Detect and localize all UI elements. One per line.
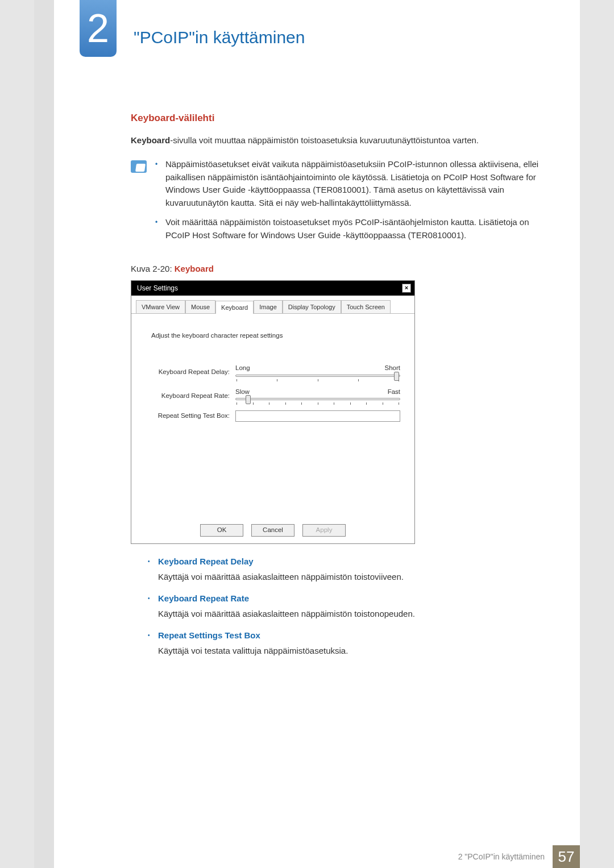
section-title: Keyboard-välilehti <box>131 111 540 126</box>
tab-mouse[interactable]: Mouse <box>185 300 215 314</box>
footer-text: 2 "PCoIP"in käyttäminen <box>450 845 553 868</box>
dialog-title: User Settings <box>137 283 178 293</box>
delay-left-label: Long <box>235 363 250 373</box>
tab-image[interactable]: Image <box>254 300 283 314</box>
page: 2 "PCoIP"in käyttäminen Keyboard-välileh… <box>34 0 580 868</box>
rate-label: Keyboard Repeat Rate: <box>151 391 235 401</box>
desc-text: Käyttäjä voi määrittää asiakaslaitteen n… <box>158 572 404 582</box>
figure-caption-keyword: Keyboard <box>175 264 214 273</box>
dialog-body: Adjust the keyboard character repeat set… <box>131 314 414 518</box>
delay-row: Keyboard Repeat Delay: Long Short <box>151 363 400 381</box>
ok-button[interactable]: OK <box>200 524 243 537</box>
intro-keyword: Keyboard <box>131 135 170 145</box>
dialog-instruction: Adjust the keyboard character repeat set… <box>151 331 400 340</box>
testbox-row: Repeat Setting Test Box: <box>151 410 400 422</box>
rate-slider[interactable]: Slow Fast <box>235 387 400 405</box>
note-list: Näppäimistöasetukset eivät vaikuta näppä… <box>155 158 540 248</box>
tab-touch-screen[interactable]: Touch Screen <box>341 300 391 314</box>
description-list: Keyboard Repeat Delay Käyttäjä voi määri… <box>148 555 540 657</box>
tab-keyboard[interactable]: Keyboard <box>215 301 254 314</box>
intro-text: -sivulla voit muuttaa näppäimistön toist… <box>170 135 479 145</box>
intro-paragraph: Keyboard-sivulla voit muuttaa näppäimist… <box>131 134 540 147</box>
list-item: Repeat Settings Test Box Käyttäjä voi te… <box>148 629 540 657</box>
desc-text: Käyttäjä voi testata valittuja näppäimis… <box>158 646 348 655</box>
tab-row: VMware View Mouse Keyboard Image Display… <box>131 296 414 314</box>
figure-caption: Kuva 2-20: Keyboard <box>131 263 540 276</box>
testbox-label: Repeat Setting Test Box: <box>151 411 235 421</box>
desc-keyword: Keyboard Repeat Delay <box>158 555 540 568</box>
tab-vmware-view[interactable]: VMware View <box>136 300 185 314</box>
user-settings-dialog: User Settings × VMware View Mouse Keyboa… <box>131 280 415 545</box>
left-margin-stripe <box>34 0 54 868</box>
note-icon <box>131 160 147 173</box>
rate-thumb[interactable] <box>246 395 251 404</box>
delay-label: Keyboard Repeat Delay: <box>151 367 235 377</box>
chapter-title: "PCoIP"in käyttäminen <box>134 24 305 50</box>
note-item: Näppäimistöasetukset eivät vaikuta näppä… <box>155 158 540 209</box>
desc-text: Käyttäjä voi määrittää asiakaslaitteen n… <box>158 609 415 618</box>
list-item: Keyboard Repeat Rate Käyttäjä voi määrit… <box>148 592 540 620</box>
delay-thumb[interactable] <box>394 372 399 381</box>
note-item: Voit määrittää näppäimistön toistoasetuk… <box>155 216 540 242</box>
chapter-number-badge: 2 <box>80 0 117 57</box>
testbox-input[interactable] <box>235 410 400 422</box>
page-footer: 2 "PCoIP"in käyttäminen 57 <box>450 845 580 868</box>
list-item: Keyboard Repeat Delay Käyttäjä voi määri… <box>148 555 540 583</box>
tab-display-topology[interactable]: Display Topology <box>283 300 341 314</box>
rate-row: Keyboard Repeat Rate: Slow Fast <box>151 387 400 405</box>
note-block: Näppäimistöasetukset eivät vaikuta näppä… <box>131 158 540 248</box>
delay-slider[interactable]: Long Short <box>235 363 400 381</box>
cancel-button[interactable]: Cancel <box>251 524 294 537</box>
chapter-header: 2 "PCoIP"in käyttäminen <box>34 0 580 65</box>
footer-page-number: 57 <box>553 845 580 868</box>
content-area: Keyboard-välilehti Keyboard-sivulla voit… <box>34 65 580 657</box>
dialog-button-row: OK Cancel Apply <box>131 518 414 543</box>
desc-keyword: Keyboard Repeat Rate <box>158 592 540 605</box>
apply-button[interactable]: Apply <box>302 524 346 537</box>
rate-right-label: Fast <box>388 387 400 397</box>
close-icon[interactable]: × <box>402 284 411 293</box>
dialog-titlebar: User Settings × <box>131 281 414 296</box>
figure-caption-prefix: Kuva 2-20: <box>131 264 175 273</box>
desc-keyword: Repeat Settings Test Box <box>158 629 540 642</box>
